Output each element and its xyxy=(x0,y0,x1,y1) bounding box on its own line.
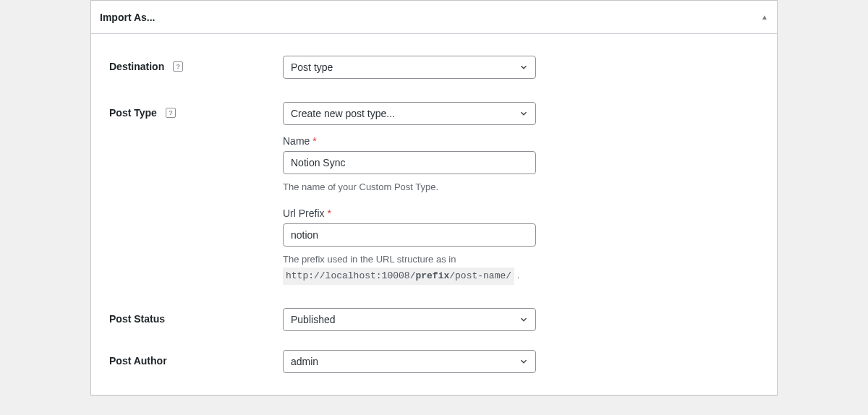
help-icon[interactable]: ? xyxy=(166,108,176,118)
post-author-select-value: admin xyxy=(291,356,318,367)
field-row-post-author: Post Author admin xyxy=(109,350,759,373)
post-status-select-wrap: Published xyxy=(283,308,536,331)
post-author-select-wrap: admin xyxy=(283,350,536,373)
post-type-select[interactable]: Create new post type... xyxy=(283,102,536,125)
panel-body: Destination ? Post type Post Type ? xyxy=(91,34,777,395)
name-sub-label: Name * xyxy=(283,135,536,147)
post-author-label: Post Author xyxy=(109,355,167,367)
url-prefix-sub-label: Url Prefix * xyxy=(283,208,536,219)
url-prefix-help-text: The prefix used in the URL structure as … xyxy=(283,252,536,285)
field-row-post-type: Post Type ? Create new post type... Name… xyxy=(109,102,759,285)
field-label-col: Destination ? xyxy=(109,56,283,72)
url-example-pre: http://localhost:10008/ xyxy=(286,270,415,281)
name-label-text: Name xyxy=(283,135,310,147)
post-status-select[interactable]: Published xyxy=(283,308,536,331)
field-control-col: Create new post type... Name * The name … xyxy=(283,102,536,285)
destination-select-value: Post type xyxy=(291,61,333,73)
post-author-select[interactable]: admin xyxy=(283,350,536,373)
post-status-label: Post Status xyxy=(109,313,165,325)
post-status-select-value: Published xyxy=(291,314,336,325)
required-marker: * xyxy=(312,135,316,147)
field-control-col: admin xyxy=(283,350,536,373)
name-input[interactable] xyxy=(283,151,536,174)
collapse-icon: ▲ xyxy=(761,14,768,21)
field-label-col: Post Author xyxy=(109,350,283,367)
url-prefix-help-pre: The prefix used in the URL structure as … xyxy=(283,254,456,265)
field-row-destination: Destination ? Post type xyxy=(109,56,759,79)
post-type-select-value: Create new post type... xyxy=(291,108,395,119)
panel-header[interactable]: Import As... ▲ xyxy=(91,1,777,34)
required-marker: * xyxy=(327,208,331,219)
url-example-bold: prefix xyxy=(415,270,449,281)
import-as-panel: Import As... ▲ Destination ? Post type xyxy=(90,0,778,395)
name-help-text: The name of your Custom Post Type. xyxy=(283,180,536,194)
field-row-post-status: Post Status Published xyxy=(109,308,759,331)
destination-select-wrap: Post type xyxy=(283,56,536,79)
field-control-col: Published xyxy=(283,308,536,331)
url-example-code: http://localhost:10008/prefix/post-name/ xyxy=(283,268,514,285)
destination-label: Destination xyxy=(109,61,164,72)
field-control-col: Post type xyxy=(283,56,536,79)
url-prefix-label-text: Url Prefix xyxy=(283,208,325,219)
field-label-col: Post Type ? xyxy=(109,102,283,119)
help-icon[interactable]: ? xyxy=(173,61,183,72)
post-type-select-wrap: Create new post type... xyxy=(283,102,536,125)
url-prefix-input[interactable] xyxy=(283,223,536,247)
url-prefix-help-post: . xyxy=(517,270,520,281)
url-example-post: /post-name/ xyxy=(449,270,511,281)
field-label-col: Post Status xyxy=(109,308,283,325)
panel-title: Import As... xyxy=(100,12,156,23)
post-type-label: Post Type xyxy=(109,107,157,119)
destination-select[interactable]: Post type xyxy=(283,56,536,79)
